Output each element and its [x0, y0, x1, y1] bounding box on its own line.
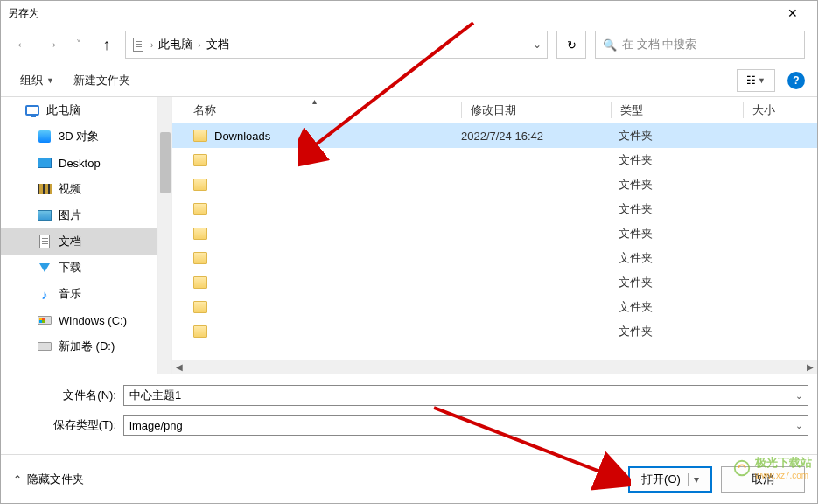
sidebar-item-此电脑[interactable]: 此电脑	[1, 97, 157, 123]
folder-icon	[193, 203, 207, 215]
sidebar-item-图片[interactable]: 图片	[1, 202, 157, 228]
titlebar: 另存为 ✕	[1, 1, 817, 25]
nav-row: ← → ˅ ↑ › 此电脑 › 文档 ⌄ ↻ 🔍 在 文档 中搜索	[1, 25, 817, 64]
scrollbar-thumb[interactable]	[160, 132, 171, 193]
video-icon	[38, 182, 52, 196]
nav-recent-icon[interactable]: ˅	[69, 38, 88, 51]
sidebar-item-label: Desktop	[59, 157, 101, 170]
view-mode-button[interactable]: ☷ ▼	[737, 69, 775, 92]
main-area: 此电脑3D 对象Desktop视频图片文档下载♪音乐Windows (C:)新加…	[1, 97, 817, 374]
file-type: 文件夹	[610, 324, 741, 340]
sort-indicator-icon: ▴	[312, 96, 317, 106]
chevron-down-icon: ▼	[46, 76, 54, 85]
desktop-icon	[38, 156, 52, 170]
sidebar-item-label: 新加卷 (D:)	[59, 339, 115, 354]
chevron-down-icon[interactable]: ⌄	[533, 38, 542, 51]
filetype-label: 保存类型(T):	[10, 417, 123, 433]
chevron-down-icon[interactable]: ⌄	[795, 391, 802, 401]
column-date[interactable]: 修改日期	[462, 102, 611, 118]
file-row[interactable]: 文件夹	[172, 172, 817, 197]
window-title: 另存为	[8, 6, 775, 21]
chevron-down-icon: ▼	[758, 76, 766, 85]
folder-icon	[193, 252, 207, 264]
file-row[interactable]: 文件夹	[172, 295, 817, 319]
open-button[interactable]: 打开(O) ▾	[628, 466, 712, 493]
chevron-down-icon: ▾	[688, 473, 699, 486]
doc-icon	[38, 234, 52, 248]
folder-icon	[193, 276, 207, 289]
file-type: 文件夹	[610, 299, 741, 315]
nav-up-icon[interactable]: ↑	[97, 36, 116, 54]
search-icon: 🔍	[603, 38, 617, 52]
sidebar-item-视频[interactable]: 视频	[1, 176, 157, 202]
save-form: 文件名(N): 中心主题1 ⌄ 保存类型(T): image/png ⌄	[1, 374, 817, 438]
drivewin-icon	[38, 313, 52, 327]
nav-back-icon[interactable]: ←	[13, 36, 32, 54]
filetype-select[interactable]: image/png ⌄	[123, 415, 808, 436]
sidebar-item-文档[interactable]: 文档	[1, 228, 157, 255]
file-row[interactable]: 文件夹	[172, 148, 817, 172]
sidebar-scrollbar[interactable]	[158, 97, 172, 374]
folder-icon	[193, 326, 207, 338]
folder-icon	[193, 130, 207, 142]
view-icon: ☷	[746, 74, 756, 87]
refresh-button[interactable]: ↻	[556, 31, 586, 59]
filename-label: 文件名(N):	[10, 388, 123, 403]
chevron-right-icon: ›	[150, 40, 153, 50]
help-button[interactable]: ?	[787, 72, 805, 89]
file-list[interactable]: Downloads2022/7/24 16:42文件夹文件夹文件夹文件夹文件夹文…	[172, 123, 817, 360]
watermark: 极光下载站 www.xz7.com	[732, 455, 812, 480]
horizontal-scrollbar[interactable]: ◀ ▶	[172, 360, 817, 374]
column-type[interactable]: 类型	[612, 102, 743, 118]
file-type: 文件夹	[610, 275, 741, 290]
folder-icon	[193, 228, 207, 240]
sidebar-item-label: 图片	[59, 207, 81, 223]
refresh-icon: ↻	[567, 38, 577, 52]
sidebar-item-下载[interactable]: 下载	[1, 255, 157, 281]
sidebar-item-label: Windows (C:)	[59, 314, 127, 327]
sidebar-item-新加卷 (D:)[interactable]: 新加卷 (D:)	[1, 333, 157, 360]
file-type: 文件夹	[610, 250, 741, 266]
folder-icon	[193, 154, 207, 166]
music-icon: ♪	[38, 287, 52, 301]
organize-button[interactable]: 组织 ▼	[13, 69, 61, 92]
column-size[interactable]: 大小	[744, 102, 817, 118]
chevron-down-icon[interactable]: ⌄	[795, 421, 802, 430]
breadcrumb[interactable]: › 此电脑 › 文档 ⌄	[125, 31, 548, 59]
sidebar-tree[interactable]: 此电脑3D 对象Desktop视频图片文档下载♪音乐Windows (C:)新加…	[1, 97, 158, 374]
column-headers: ▴ 名称 修改日期 类型 大小	[172, 97, 817, 123]
file-row[interactable]: 文件夹	[172, 197, 817, 221]
file-row[interactable]: 文件夹	[172, 319, 817, 344]
drive-icon	[38, 340, 52, 354]
sidebar-item-label: 此电脑	[46, 102, 80, 118]
hide-folders-link[interactable]: 隐藏文件夹	[27, 472, 84, 487]
sidebar-item-音乐[interactable]: ♪音乐	[1, 281, 157, 307]
svg-point-4	[735, 460, 750, 475]
pic-icon	[38, 208, 52, 222]
sidebar-item-Windows (C:)[interactable]: Windows (C:)	[1, 307, 157, 333]
blue3d-icon	[38, 130, 52, 144]
file-row[interactable]: Downloads2022/7/24 16:42文件夹	[172, 123, 817, 148]
sidebar-item-label: 3D 对象	[59, 129, 99, 144]
file-type: 文件夹	[610, 226, 741, 242]
folder-icon	[193, 301, 207, 313]
search-input[interactable]: 🔍 在 文档 中搜索	[595, 31, 805, 59]
new-folder-button[interactable]: 新建文件夹	[66, 69, 137, 92]
filename-input[interactable]: 中心主题1 ⌄	[123, 385, 808, 406]
breadcrumb-current[interactable]: 文档	[206, 37, 229, 52]
file-type: 文件夹	[610, 177, 741, 192]
file-row[interactable]: 文件夹	[172, 246, 817, 270]
file-row[interactable]: 文件夹	[172, 221, 817, 246]
scroll-left-icon[interactable]: ◀	[172, 362, 186, 372]
sidebar-item-3D 对象[interactable]: 3D 对象	[1, 123, 157, 150]
file-type: 文件夹	[610, 152, 741, 168]
scroll-right-icon[interactable]: ▶	[803, 362, 817, 372]
column-name[interactable]: 名称	[172, 102, 461, 118]
document-icon	[131, 38, 145, 52]
expand-icon[interactable]: ⌃	[13, 473, 22, 486]
watermark-logo-icon	[732, 458, 752, 478]
close-icon[interactable]: ✕	[775, 6, 810, 20]
file-row[interactable]: 文件夹	[172, 270, 817, 295]
breadcrumb-root[interactable]: 此电脑	[158, 37, 192, 52]
sidebar-item-Desktop[interactable]: Desktop	[1, 150, 157, 176]
